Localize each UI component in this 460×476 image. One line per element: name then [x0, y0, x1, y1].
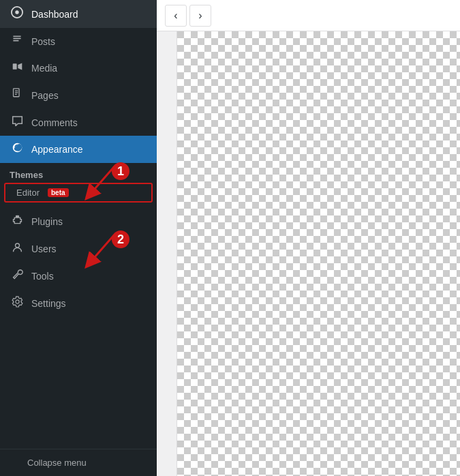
content-toolbar: ‹ › — [157, 0, 460, 31]
forward-button[interactable]: › — [189, 5, 211, 27]
dashboard-icon — [10, 6, 25, 22]
sidebar-item-plugins[interactable]: Plugins — [0, 208, 157, 235]
sidebar-item-pages[interactable]: Pages — [0, 82, 157, 109]
sidebar: Dashboard Posts Media Pages Comments App… — [0, 0, 157, 476]
sidebar-item-comments-label: Comments — [31, 117, 78, 128]
content-sidebar-strip — [157, 31, 177, 476]
beta-badge: beta — [48, 188, 69, 197]
sidebar-item-pages-label: Pages — [31, 90, 59, 101]
sidebar-item-settings[interactable]: Settings — [0, 290, 157, 317]
collapse-menu-label: Collapse menu — [27, 458, 87, 468]
svg-rect-2 — [12, 63, 16, 70]
svg-point-1 — [15, 10, 18, 14]
appearance-icon — [10, 142, 25, 157]
media-icon — [10, 61, 25, 76]
settings-icon — [10, 296, 25, 311]
content-area — [157, 31, 460, 476]
main-content: ‹ › — [157, 0, 460, 476]
sidebar-item-appearance-label: Appearance — [31, 144, 83, 155]
sidebar-item-posts[interactable]: Posts — [0, 28, 157, 55]
comments-icon — [10, 115, 25, 130]
themes-section-label: Themes — [0, 163, 157, 183]
sidebar-item-comments[interactable]: Comments — [0, 109, 157, 136]
sidebar-item-media-label: Media — [31, 63, 57, 74]
collapse-icon — [10, 456, 20, 469]
sidebar-item-settings-label: Settings — [31, 298, 66, 309]
users-icon — [10, 241, 25, 256]
sidebar-item-plugins-label: Plugins — [31, 216, 63, 227]
sidebar-item-dashboard[interactable]: Dashboard — [0, 0, 157, 28]
sidebar-sub-item-editor[interactable]: Editor beta — [4, 183, 153, 203]
plugins-icon — [10, 214, 25, 229]
sidebar-item-tools[interactable]: Tools — [0, 263, 157, 290]
checkerboard-preview — [177, 31, 460, 476]
back-button[interactable]: ‹ — [165, 5, 187, 27]
sidebar-item-posts-label: Posts — [31, 36, 55, 47]
sidebar-item-media[interactable]: Media — [0, 55, 157, 82]
collapse-menu-button[interactable]: Collapse menu — [0, 449, 157, 476]
sidebar-item-users-label: Users — [31, 243, 57, 254]
sidebar-item-dashboard-label: Dashboard — [31, 9, 78, 20]
sidebar-sub-item-editor-label: Editor — [16, 188, 40, 198]
sidebar-item-users[interactable]: Users — [0, 235, 157, 263]
svg-point-8 — [15, 243, 19, 248]
tools-icon — [10, 269, 25, 284]
pages-icon — [10, 88, 25, 103]
sidebar-item-tools-label: Tools — [31, 271, 54, 282]
sidebar-item-appearance[interactable]: Appearance — [0, 136, 157, 163]
posts-icon — [10, 34, 25, 48]
